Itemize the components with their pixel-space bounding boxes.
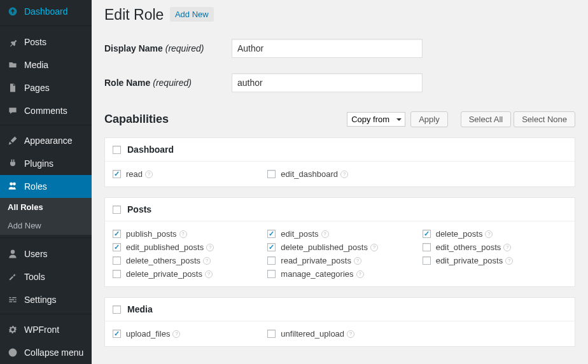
cap-item-delete_published_posts: delete_published_posts?: [267, 242, 412, 252]
sidebar-item-label: WPFront: [24, 325, 59, 335]
sidebar-item-label: Appearance: [24, 136, 73, 146]
help-icon[interactable]: ?: [205, 270, 213, 278]
role-name-input[interactable]: [232, 73, 423, 92]
sidebar-item-dashboard[interactable]: Dashboard: [0, 0, 92, 23]
sidebar-item-plugins[interactable]: Plugins: [0, 152, 92, 175]
help-icon[interactable]: ?: [503, 244, 511, 251]
cap-item-publish_posts: publish_posts?: [113, 229, 257, 239]
cap-checkbox[interactable]: [267, 170, 276, 178]
sidebar-item-label: Pages: [24, 83, 50, 93]
sidebar-item-users[interactable]: Users: [0, 242, 92, 265]
cap-checkbox[interactable]: [267, 230, 276, 238]
cap-checkbox[interactable]: [423, 256, 431, 265]
cap-item-edit_dashboard: edit_dashboard?: [267, 169, 412, 179]
help-icon[interactable]: ?: [145, 171, 153, 178]
cap-checkbox[interactable]: [267, 256, 276, 265]
help-icon[interactable]: ?: [340, 171, 348, 178]
brush-icon: [6, 134, 19, 147]
sidebar-item-comments[interactable]: Comments: [0, 99, 92, 122]
sidebar-item-label: Settings: [24, 295, 57, 305]
cap-checkbox[interactable]: [267, 330, 276, 338]
cap-item-delete_others_posts: delete_others_posts?: [113, 256, 257, 265]
cap-label: publish_posts: [126, 229, 177, 239]
sidebar-item-label: Posts: [24, 37, 46, 47]
select-none-button[interactable]: Select None: [514, 111, 575, 127]
gear-icon: [6, 323, 19, 336]
cap-group-posts: Postspublish_posts?edit_posts?delete_pos…: [104, 197, 575, 287]
cap-checkbox[interactable]: [113, 330, 121, 338]
sidebar-item-collapse-menu[interactable]: Collapse menu: [0, 341, 92, 364]
cap-item-unfiltered_upload: unfiltered_upload?: [267, 329, 412, 339]
display-name-input[interactable]: [232, 39, 423, 58]
help-icon[interactable]: ?: [505, 257, 513, 265]
cap-group-checkbox[interactable]: [113, 305, 121, 314]
sidebar-item-posts[interactable]: Posts: [0, 31, 92, 53]
cap-label: read_private_posts: [281, 256, 351, 265]
sidebar-item-label: Dashboard: [24, 6, 68, 17]
sliders-icon: [6, 293, 19, 306]
cap-label: edit_private_posts: [436, 256, 503, 265]
cap-label: edit_others_posts: [436, 242, 501, 252]
main-content: Edit Role Add New Display Name (required…: [92, 0, 588, 364]
submenu-item-all-roles[interactable]: All Roles: [0, 198, 92, 216]
cap-label: edit_posts: [281, 229, 318, 239]
help-icon[interactable]: ?: [370, 244, 378, 251]
apply-button[interactable]: Apply: [410, 111, 448, 127]
cap-item-delete_private_posts: delete_private_posts?: [113, 269, 257, 279]
cap-checkbox[interactable]: [113, 170, 121, 178]
help-icon[interactable]: ?: [321, 230, 329, 238]
help-icon[interactable]: ?: [354, 257, 361, 265]
cap-checkbox[interactable]: [423, 230, 431, 238]
cap-checkbox[interactable]: [267, 243, 276, 251]
cap-checkbox[interactable]: [113, 230, 121, 238]
cap-item-read: read?: [113, 169, 257, 179]
cap-label: unfiltered_upload: [281, 329, 344, 339]
sidebar-item-pages[interactable]: Pages: [0, 76, 92, 99]
cap-group-checkbox[interactable]: [113, 146, 121, 154]
help-icon[interactable]: ?: [203, 257, 211, 265]
cap-label: edit_dashboard: [281, 169, 338, 179]
cap-item-edit_others_posts: edit_others_posts?: [423, 242, 567, 252]
cap-item-edit_private_posts: edit_private_posts?: [423, 256, 567, 265]
cap-group-checkbox[interactable]: [113, 206, 121, 214]
sidebar-item-label: Plugins: [24, 158, 53, 169]
cap-label: edit_published_posts: [126, 242, 204, 252]
cap-label: delete_published_posts: [281, 242, 368, 252]
sidebar-item-roles[interactable]: Roles: [0, 175, 92, 198]
cap-group-media: Mediaupload_files?unfiltered_upload?: [104, 297, 575, 347]
media-icon: [6, 59, 19, 71]
cap-checkbox[interactable]: [113, 243, 121, 251]
wrench-icon: [6, 270, 19, 283]
cap-checkbox[interactable]: [113, 256, 121, 265]
help-icon[interactable]: ?: [347, 330, 354, 338]
add-new-button[interactable]: Add New: [170, 7, 214, 22]
help-icon[interactable]: ?: [206, 244, 214, 251]
submenu-item-add-new[interactable]: Add New: [0, 216, 92, 235]
cap-checkbox[interactable]: [423, 243, 431, 251]
help-icon[interactable]: ?: [485, 230, 493, 238]
sidebar-item-appearance[interactable]: Appearance: [0, 129, 92, 152]
select-all-button[interactable]: Select All: [461, 111, 511, 127]
pin-icon: [6, 36, 19, 48]
cap-checkbox[interactable]: [267, 270, 276, 278]
help-icon[interactable]: ?: [172, 330, 180, 338]
help-icon[interactable]: ?: [179, 230, 187, 238]
sidebar-item-tools[interactable]: Tools: [0, 265, 92, 288]
cap-label: read: [126, 169, 143, 179]
copy-from-select[interactable]: Copy from: [347, 112, 405, 127]
cap-item-read_private_posts: read_private_posts?: [267, 256, 412, 265]
role-name-label: Role Name (required): [104, 78, 232, 88]
cap-group-dashboard: Dashboardread?edit_dashboard?: [104, 137, 575, 187]
help-icon[interactable]: ?: [356, 270, 364, 278]
collapse-icon: [6, 346, 19, 359]
sidebar-item-wpfront[interactable]: WPFront: [0, 318, 92, 341]
pages-icon: [6, 81, 19, 94]
sidebar-item-settings[interactable]: Settings: [0, 288, 92, 311]
cap-group-title: Dashboard: [127, 144, 174, 155]
display-name-label: Display Name (required): [104, 43, 232, 53]
user-icon: [6, 248, 19, 260]
sidebar-item-media[interactable]: Media: [0, 53, 92, 76]
cap-checkbox[interactable]: [113, 270, 121, 278]
sidebar-item-label: Tools: [24, 272, 45, 282]
sidebar-item-label: Users: [24, 249, 48, 259]
